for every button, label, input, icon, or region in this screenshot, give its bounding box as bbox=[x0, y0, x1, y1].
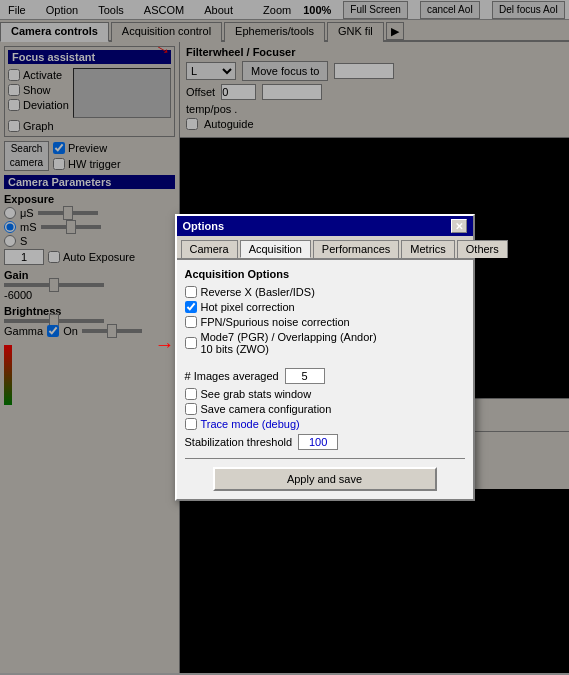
dialog-overlay: Options ✕ Camera Acquisition Performance… bbox=[0, 0, 569, 675]
hot-pixel-row: Hot pixel correction bbox=[185, 301, 465, 313]
images-averaged-input[interactable] bbox=[285, 368, 325, 384]
dialog-tab-others[interactable]: Others bbox=[457, 240, 508, 258]
see-grab-row: See grab stats window bbox=[185, 388, 465, 400]
dialog-tab-acquisition[interactable]: Acquisition bbox=[240, 240, 311, 258]
dialog-body: Acquisition Options Reverse X (Basler/ID… bbox=[177, 260, 473, 499]
trace-mode-label: Trace mode (debug) bbox=[201, 418, 300, 430]
mode7-row: Mode7 (PGR) / Overlapping (Andor) 10 bit… bbox=[185, 331, 465, 355]
hot-pixel-label: Hot pixel correction bbox=[201, 301, 295, 313]
reverse-x-checkbox[interactable] bbox=[185, 286, 197, 298]
dialog-divider bbox=[185, 458, 465, 459]
save-config-label: Save camera configuration bbox=[201, 403, 332, 415]
dialog-titlebar: Options ✕ bbox=[177, 216, 473, 236]
fpn-row: FPN/Spurious noise correction bbox=[185, 316, 465, 328]
apply-save-button[interactable]: Apply and save bbox=[213, 467, 437, 491]
images-averaged-row: # Images averaged bbox=[185, 368, 465, 384]
options-dialog: Options ✕ Camera Acquisition Performance… bbox=[175, 214, 475, 501]
dialog-tab-performances[interactable]: Performances bbox=[313, 240, 399, 258]
mode7-container: → Mode7 (PGR) / Overlapping (Andor) 10 b… bbox=[185, 331, 465, 355]
dialog-tab-bar: Camera Acquisition Performances Metrics … bbox=[177, 236, 473, 260]
trace-mode-row: Trace mode (debug) bbox=[185, 418, 465, 430]
reverse-x-label: Reverse X (Basler/IDS) bbox=[201, 286, 315, 298]
hot-pixel-checkbox[interactable] bbox=[185, 301, 197, 313]
see-grab-checkbox[interactable] bbox=[185, 388, 197, 400]
dialog-tab-camera[interactable]: Camera bbox=[181, 240, 238, 258]
dialog-tab-metrics[interactable]: Metrics bbox=[401, 240, 454, 258]
images-averaged-label: # Images averaged bbox=[185, 370, 279, 382]
see-grab-label: See grab stats window bbox=[201, 388, 312, 400]
save-config-row: Save camera configuration bbox=[185, 403, 465, 415]
dialog-close-button[interactable]: ✕ bbox=[451, 219, 467, 233]
stabilization-row: Stabilization threshold bbox=[185, 434, 465, 450]
stabilization-label: Stabilization threshold bbox=[185, 436, 293, 448]
stabilization-input[interactable] bbox=[298, 434, 338, 450]
trace-mode-checkbox[interactable] bbox=[185, 418, 197, 430]
fpn-label: FPN/Spurious noise correction bbox=[201, 316, 350, 328]
dialog-title: Options bbox=[183, 220, 225, 232]
reverse-x-row: Reverse X (Basler/IDS) bbox=[185, 286, 465, 298]
save-config-checkbox[interactable] bbox=[185, 403, 197, 415]
fpn-checkbox[interactable] bbox=[185, 316, 197, 328]
acquisition-options-title: Acquisition Options bbox=[185, 268, 465, 280]
mode7-arrow: → bbox=[155, 333, 175, 356]
mode7-label: Mode7 (PGR) / Overlapping (Andor) 10 bit… bbox=[201, 331, 377, 355]
mode7-checkbox[interactable] bbox=[185, 337, 197, 349]
